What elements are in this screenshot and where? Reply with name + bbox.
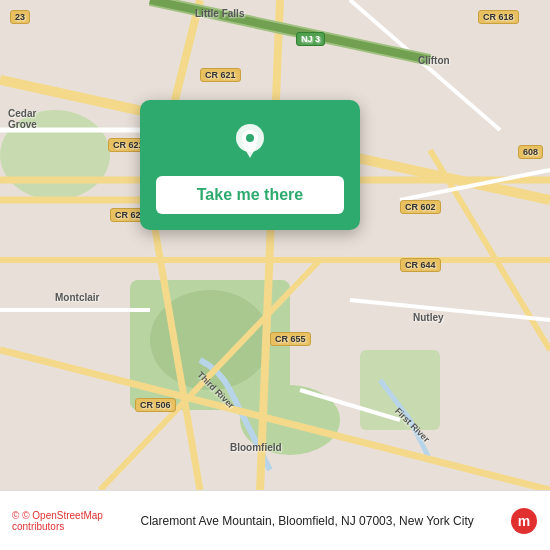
svg-point-1 bbox=[0, 110, 110, 200]
svg-point-26 bbox=[246, 134, 254, 142]
bottom-bar: © © OpenStreetMap contributors Claremont… bbox=[0, 490, 550, 550]
svg-text:m: m bbox=[518, 513, 530, 529]
pin-icon bbox=[228, 120, 272, 164]
map-container: Little Falls Clifton CedarGrove Montclai… bbox=[0, 0, 550, 490]
copyright-symbol: © bbox=[12, 510, 19, 521]
copyright-text: © © OpenStreetMap contributors bbox=[12, 510, 133, 532]
popup-card: Take me there bbox=[140, 100, 360, 230]
svg-marker-27 bbox=[242, 144, 258, 158]
take-me-there-button[interactable]: Take me there bbox=[156, 176, 344, 214]
address-text: Claremont Ave Mountain, Bloomfield, NJ 0… bbox=[141, 514, 503, 528]
copyright-label: © OpenStreetMap contributors bbox=[12, 510, 103, 532]
moovit-logo-icon: m bbox=[510, 507, 538, 535]
moovit-logo: m bbox=[510, 507, 538, 535]
map-svg bbox=[0, 0, 550, 490]
